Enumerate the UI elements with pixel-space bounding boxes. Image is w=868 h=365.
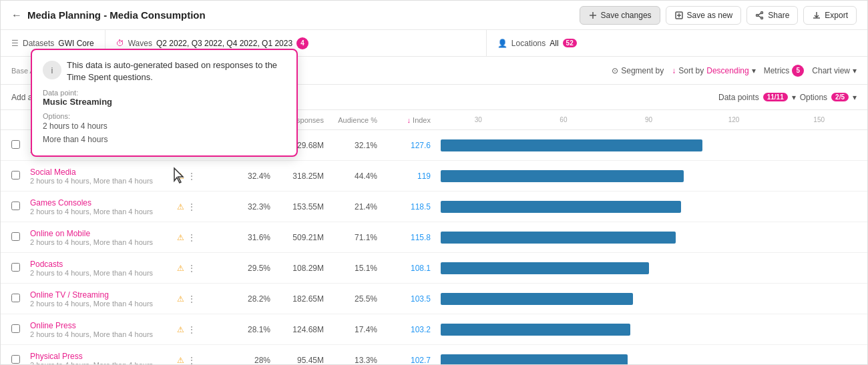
- warning-icon-7: ⚠: [177, 356, 184, 365]
- toolbar-right: ⊙ Segment by ↓ Sort by Descending ▾ Metr…: [612, 65, 857, 77]
- segment-by-control[interactable]: ⊙ Segment by: [612, 66, 664, 75]
- chevron-opt-icon[interactable]: ▾: [853, 93, 857, 102]
- export-button[interactable]: Export: [803, 6, 857, 25]
- tooltip-title: This data is auto-generated based on res…: [67, 59, 286, 83]
- waves-label: Waves: [128, 39, 152, 48]
- row-index-0: 127.6: [377, 141, 431, 150]
- row-name-4: Podcasts 2 hours to 4 hours, More than 4…: [30, 260, 177, 277]
- row-audience-pct-4: 15.1%: [324, 264, 377, 273]
- row-universe-4: 29.5%: [217, 264, 270, 273]
- table-row: Online on Mobile 2 hours to 4 hours, Mor…: [1, 222, 867, 253]
- tooltip-header: i This data is auto-generated based on r…: [43, 59, 286, 83]
- row-responses-6: 124.68M: [270, 325, 324, 334]
- row-universe-1: 32.4%: [217, 171, 270, 181]
- row-checkbox-5[interactable]: [11, 294, 30, 304]
- row-name-main-3[interactable]: Online on Mobile: [30, 229, 177, 238]
- row-name-main-2[interactable]: Games Consoles: [30, 198, 177, 208]
- row-checkbox-2[interactable]: [11, 202, 30, 212]
- warning-icon-4: ⚠: [177, 264, 184, 273]
- datasets-icon: ☰: [11, 39, 19, 48]
- metrics-control[interactable]: Metrics 5: [764, 65, 805, 77]
- row-audience-pct-6: 17.4%: [324, 325, 377, 334]
- locations-tab[interactable]: 👤 Locations All 52: [487, 30, 867, 56]
- more-icon-7[interactable]: ⋮: [187, 355, 196, 365]
- waves-badge: 4: [296, 37, 308, 49]
- more-icon-2[interactable]: ⋮: [187, 202, 196, 212]
- row-responses-7: 95.45M: [270, 356, 324, 365]
- segment-by-label: Segment by: [621, 66, 664, 75]
- row-name-sub-1: 2 hours to 4 hours, More than 4 hours: [30, 177, 177, 185]
- bar-4: [441, 262, 649, 274]
- more-icon-3[interactable]: ⋮: [187, 232, 196, 243]
- more-icon-4[interactable]: ⋮: [187, 263, 196, 274]
- row-checkbox-1[interactable]: [11, 171, 30, 181]
- datasets-label: Datasets: [23, 39, 54, 48]
- app-header: ← Media Planning - Media Consumption Sav…: [1, 1, 867, 30]
- row-chart-3: [431, 232, 857, 244]
- metrics-label: Metrics: [764, 66, 790, 75]
- bar-1: [441, 170, 684, 182]
- locations-badge: 52: [563, 39, 577, 47]
- bar-6: [441, 324, 630, 336]
- tooltip-option-1: 2 hours to 4 hours: [43, 120, 286, 133]
- tooltip-overlay: i This data is auto-generated based on r…: [31, 49, 298, 157]
- table-row: Games Consoles 2 hours to 4 hours, More …: [1, 192, 867, 222]
- row-checkbox-7[interactable]: [11, 355, 30, 365]
- back-button[interactable]: ←: [11, 9, 22, 21]
- page-title: Media Planning - Media Consumption: [27, 9, 206, 21]
- header-left: ← Media Planning - Media Consumption: [11, 9, 206, 21]
- save-as-new-button[interactable]: Save as new: [666, 6, 742, 25]
- row-audience-pct-0: 32.1%: [324, 141, 377, 150]
- row-universe-6: 28.1%: [217, 325, 270, 334]
- svg-point-1: [761, 11, 763, 13]
- bar-7: [441, 354, 628, 365]
- row-responses-5: 182.65M: [270, 294, 324, 304]
- chart-view-chevron-icon: ▾: [853, 66, 857, 75]
- data-points-label: Data points: [718, 93, 759, 102]
- tooltip-datapoint-value: Music Streaming: [43, 97, 286, 107]
- row-name-sub-2: 2 hours to 4 hours, More than 4 hours: [30, 208, 177, 216]
- sort-by-control[interactable]: ↓ Sort by Descending ▾: [672, 66, 755, 75]
- warning-icon-2: ⚠: [177, 202, 184, 212]
- locations-label: Locations: [511, 39, 546, 48]
- row-name-main-6[interactable]: Online Press: [30, 321, 177, 330]
- row-audience-pct-2: 21.4%: [324, 202, 377, 212]
- row-name-main-5[interactable]: Online TV / Streaming: [30, 290, 177, 300]
- row-icons-1: ⚠ ⋮: [177, 171, 217, 181]
- svg-point-3: [756, 14, 758, 16]
- waves-value: Q2 2022, Q3 2022, Q4 2022, Q1 2023: [156, 39, 292, 48]
- locations-value: All: [550, 39, 558, 48]
- row-name-main-7[interactable]: Physical Press: [30, 352, 177, 361]
- tooltip-options-label: Options:: [43, 112, 286, 120]
- row-index-3: 115.8: [377, 233, 431, 242]
- table-body: Music Streaming 2 hours to 4 hours, More…: [1, 130, 867, 364]
- row-chart-1: [431, 170, 857, 182]
- table-row: Online Press 2 hours to 4 hours, More th…: [1, 314, 867, 345]
- chevron-dp-icon[interactable]: ▾: [792, 93, 796, 102]
- row-checkbox-4[interactable]: [11, 263, 30, 274]
- chart-view-label: Chart view: [812, 66, 850, 75]
- row-checkbox-3[interactable]: [11, 232, 30, 243]
- row-checkbox-0[interactable]: [11, 140, 30, 151]
- row-name-main-1[interactable]: Social Media: [30, 167, 177, 177]
- row-name-main-4[interactable]: Podcasts: [30, 260, 177, 269]
- row-audience-pct-1: 44.4%: [324, 171, 377, 181]
- save-changes-button[interactable]: Save changes: [580, 6, 660, 25]
- table-row: Social Media 2 hours to 4 hours, More th…: [1, 161, 867, 192]
- data-points-badge[interactable]: 11/11: [763, 93, 788, 101]
- options-badge[interactable]: 2/5: [831, 93, 849, 101]
- more-icon-6[interactable]: ⋮: [187, 324, 196, 335]
- chart-view-control[interactable]: Chart view ▾: [812, 66, 857, 75]
- row-index-4: 108.1: [377, 264, 431, 273]
- col-index-header[interactable]: ↓ Index: [377, 116, 431, 124]
- row-chart-4: [431, 262, 857, 274]
- share-button[interactable]: Share: [746, 6, 798, 25]
- more-icon-5[interactable]: ⋮: [187, 294, 196, 304]
- tooltip-datapoint: Data point: Music Streaming: [43, 89, 286, 107]
- row-icons-2: ⚠ ⋮: [177, 202, 217, 212]
- row-name-2: Games Consoles 2 hours to 4 hours, More …: [30, 198, 177, 216]
- row-icons-7: ⚠ ⋮: [177, 355, 217, 365]
- row-checkbox-6[interactable]: [11, 324, 30, 335]
- more-icon-1[interactable]: ⋮: [187, 171, 196, 181]
- row-audience-pct-3: 71.1%: [324, 233, 377, 242]
